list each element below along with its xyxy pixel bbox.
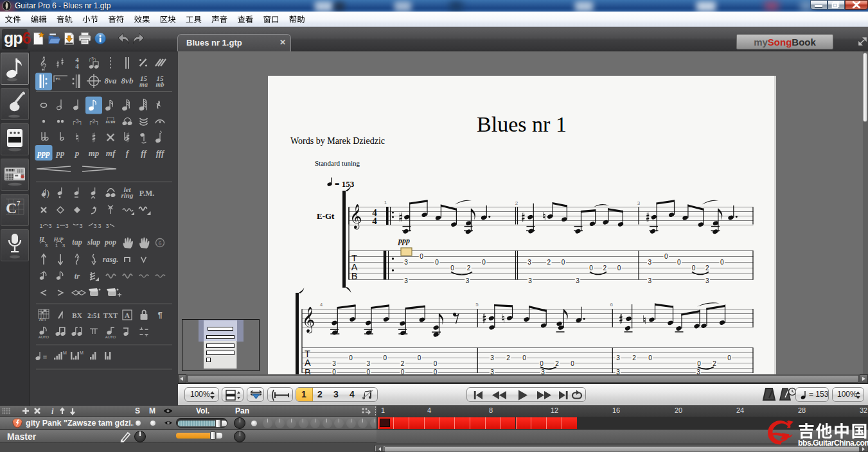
svg-text:3: 3 (648, 277, 651, 284)
svg-text:3: 3 (62, 243, 66, 248)
svg-text:0: 0 (589, 265, 593, 272)
svg-text:ma: ma (139, 81, 148, 88)
svg-text:0: 0 (562, 259, 565, 266)
svg-text:0: 0 (367, 369, 371, 374)
svg-text:3: 3 (490, 354, 494, 361)
svg-text:0: 0 (540, 360, 544, 367)
svg-text:Blues nr 1: Blues nr 1 (477, 112, 567, 136)
svg-text:tap: tap (72, 238, 82, 247)
svg-text:3: 3 (45, 243, 48, 248)
svg-text:4: 4 (320, 302, 323, 308)
svg-text:0: 0 (384, 354, 387, 361)
svg-text:6: 6 (158, 240, 161, 247)
svg-text:3: 3 (48, 223, 51, 229)
svg-text:3: 3 (616, 369, 620, 374)
svg-text:3: 3 (332, 360, 336, 367)
svg-text:0: 0 (571, 360, 574, 367)
svg-text:M: M (80, 351, 84, 355)
svg-text:4: 4 (372, 216, 377, 226)
svg-text:3: 3 (65, 223, 68, 229)
svg-text:5: 5 (475, 302, 479, 308)
svg-text:0: 0 (648, 354, 652, 361)
svg-text:3: 3 (527, 259, 531, 266)
svg-text:0: 0 (727, 354, 731, 361)
svg-text:0: 0 (420, 253, 423, 260)
svg-text:ppp: ppp (398, 236, 410, 245)
svg-text:p: p (75, 148, 80, 158)
svg-text:6: 6 (610, 302, 613, 308)
svg-text:2: 2 (705, 265, 709, 272)
svg-text:pop: pop (104, 238, 116, 247)
svg-text:BΧ: BΧ (72, 311, 82, 319)
svg-text:3: 3 (616, 354, 620, 361)
svg-text:0: 0 (697, 360, 701, 367)
svg-text:tr: tr (75, 271, 81, 281)
svg-text:i: i (51, 407, 54, 415)
svg-text:ring: ring (121, 191, 134, 199)
svg-text:4: 4 (75, 62, 79, 70)
svg-text:0: 0 (482, 259, 486, 266)
svg-text:3: 3 (367, 360, 371, 367)
svg-text:2: 2 (547, 259, 551, 266)
svg-text:1: 1 (55, 243, 58, 248)
svg-text:ff: ff (141, 148, 147, 158)
svg-text:B: B (305, 367, 311, 375)
svg-text:Words by Marek Dziedzic: Words by Marek Dziedzic (290, 136, 385, 146)
svg-text:2:51: 2:51 (87, 311, 100, 319)
svg-text:3: 3 (466, 277, 470, 284)
svg-text:2: 2 (467, 265, 471, 272)
svg-text:): ) (47, 188, 49, 198)
svg-text:P.M.: P.M. (139, 189, 155, 198)
svg-text:AUTO: AUTO (39, 335, 49, 339)
svg-text:┌3┐: ┌3┐ (88, 56, 97, 62)
svg-text:A: A (125, 311, 130, 319)
svg-text:slap: slap (87, 238, 100, 247)
svg-text:0: 0 (617, 265, 621, 272)
svg-text:2: 2 (603, 265, 607, 272)
svg-text:7: 7 (17, 199, 21, 207)
svg-text:= 153: = 153 (335, 179, 355, 189)
svg-text:M: M (63, 351, 67, 355)
svg-text:2: 2 (555, 360, 559, 367)
svg-text:=: = (43, 353, 47, 361)
svg-text:mp: mp (89, 148, 100, 158)
svg-text:2: 2 (632, 354, 636, 361)
svg-text:3: 3 (79, 223, 82, 229)
svg-text:3: 3 (637, 200, 641, 206)
svg-text:C: C (6, 200, 17, 216)
svg-text:2: 2 (515, 200, 518, 206)
svg-text:0: 0 (450, 265, 454, 272)
svg-text:3: 3 (93, 223, 96, 229)
svg-text:┌2┐: ┌2┐ (88, 118, 100, 125)
svg-text:B: B (351, 271, 358, 281)
svg-text:mf: mf (106, 148, 116, 158)
svg-text:mb: mb (156, 81, 164, 88)
svg-text:2: 2 (713, 360, 716, 367)
svg-text:pp: pp (56, 148, 66, 158)
svg-text:AUTO: AUTO (105, 335, 116, 339)
svg-text:1: 1 (56, 223, 59, 229)
svg-text:0: 0 (522, 354, 526, 361)
svg-text:0: 0 (418, 354, 421, 361)
svg-text:0: 0 (692, 265, 696, 272)
svg-text:1: 1 (39, 223, 42, 229)
svg-text:0: 0 (434, 369, 438, 374)
svg-text:3: 3 (541, 369, 545, 374)
svg-text:3: 3 (404, 277, 408, 284)
svg-text:f: f (126, 148, 130, 158)
svg-text:0: 0 (677, 259, 681, 266)
svg-text:0: 0 (332, 369, 336, 374)
svg-text:0: 0 (664, 253, 668, 260)
svg-text:2: 2 (401, 360, 405, 367)
svg-text:Standard tuning: Standard tuning (315, 159, 360, 167)
svg-text:0: 0 (434, 360, 438, 367)
svg-text:▾x.: ▾x. (56, 76, 62, 81)
svg-text:8va: 8va (105, 76, 117, 85)
svg-text:┌3┐: ┌3┐ (71, 118, 83, 125)
svg-text:fff: fff (156, 148, 165, 158)
svg-text:3: 3 (98, 223, 101, 229)
svg-text:3: 3 (696, 369, 700, 374)
svg-text:3: 3 (528, 277, 532, 284)
svg-text:3: 3 (705, 277, 709, 284)
svg-text:2: 2 (506, 354, 510, 361)
